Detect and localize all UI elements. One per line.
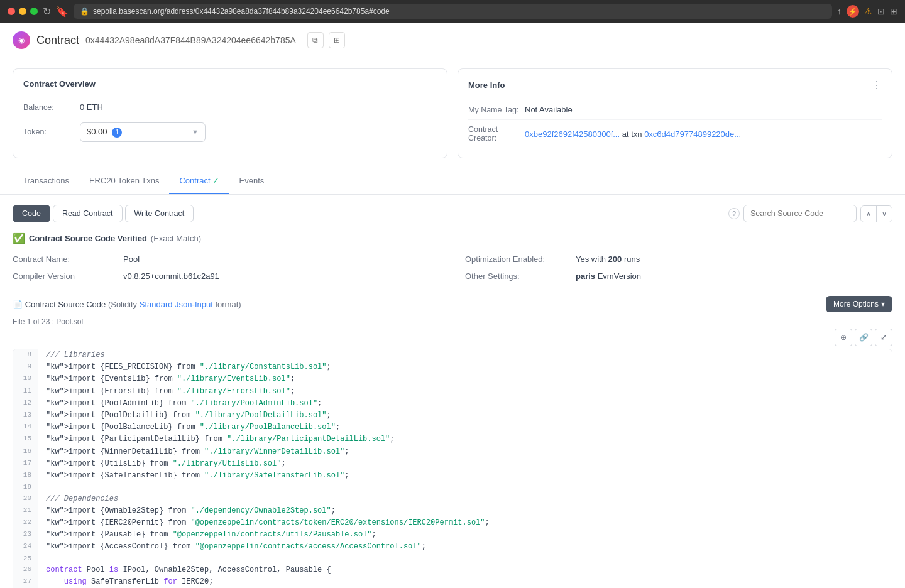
line-number: 23 [13, 529, 38, 541]
search-next-btn[interactable]: ∨ [877, 206, 892, 222]
tab-erc20[interactable]: ERC20 Token Txns [79, 168, 170, 194]
search-source-area: ? ∧ ∨ [728, 205, 892, 222]
creator-txn-link[interactable]: 0xc6d4d79774899220de... [644, 129, 741, 139]
standard-json-link[interactable]: Standard Json-Input [140, 300, 213, 309]
line-content: "kw">import {WinnerDetailLib} from "./li… [38, 446, 357, 458]
tab-transactions[interactable]: Transactions [13, 168, 79, 194]
tabs: Transactions ERC20 Token Txns Contract✓ … [13, 168, 892, 194]
line-number: 17 [13, 458, 38, 470]
code-line: 12"kw">import {PoolAdminLib} from "./lib… [13, 398, 892, 410]
more-options-btn[interactable]: More Options ▾ [826, 296, 892, 312]
more-options-icon[interactable]: ⋮ [872, 79, 882, 91]
contract-address: 0x44432A98ea8dA37F844B89A324204ee6642b78… [85, 35, 296, 45]
sub-tabs-bar: Code Read Contract Write Contract ? ∧ ∨ [13, 205, 892, 222]
code-line: 22"kw">import {IERC20Permit} from "@open… [13, 517, 892, 529]
line-content: "kw">import {SafeTransferLib} from "./li… [38, 470, 357, 482]
name-tag-label: My Name Tag: [468, 106, 525, 114]
verified-checkmark: ✓ [212, 176, 219, 185]
refresh-icon[interactable]: ↻ [43, 6, 51, 18]
more-info-card: More Info ⋮ My Name Tag: Not Available C… [458, 68, 892, 158]
line-number: 27 [13, 576, 38, 588]
line-number: 9 [13, 361, 38, 373]
code-toolbar: ⊕ 🔗 ⤢ [13, 329, 892, 346]
code-line: 15"kw">import {ParticipantDetailLib} fro… [13, 433, 892, 445]
other-settings-value: paris EvmVersion [576, 271, 641, 281]
line-number: 14 [13, 422, 38, 433]
code-line: 23"kw">import {Pausable} from "@openzepp… [13, 529, 892, 541]
source-header: 📄 Contract Source Code (Solidity Standar… [13, 296, 892, 312]
balance-label: Balance: [23, 103, 80, 112]
line-content: "kw">import {UtilsLib} from "./library/U… [38, 458, 293, 470]
read-contract-tab[interactable]: Read Contract [53, 205, 123, 222]
other-settings-row: Other Settings: paris EvmVersion [465, 271, 892, 281]
source-title-area: 📄 Contract Source Code (Solidity Standar… [13, 300, 241, 309]
line-number: 24 [13, 541, 38, 553]
line-number: 16 [13, 446, 38, 458]
line-content: "kw">import {ErrorsLib} from "./library/… [38, 386, 302, 398]
line-number: 18 [13, 470, 38, 482]
tab-contract[interactable]: Contract✓ [169, 168, 229, 194]
search-prev-btn[interactable]: ∧ [861, 206, 877, 222]
help-icon[interactable]: ? [728, 208, 740, 219]
line-content: "kw">import {PoolDetailLib} from "./libr… [38, 410, 339, 422]
compiler-label: Compiler Version [13, 271, 113, 281]
share-icon[interactable]: ↑ [837, 6, 842, 16]
evm-version-label: EvmVersion [598, 271, 641, 281]
at-txn-text: at txn [622, 129, 644, 139]
compiler-value: v0.8.25+commit.b61c2a91 [123, 271, 219, 281]
sidebar-icon[interactable]: ⊡ [877, 6, 885, 16]
code-line: 17"kw">import {UtilsLib} from "./library… [13, 458, 892, 470]
search-source-input[interactable] [743, 205, 857, 222]
verified-title: Contract Source Code Verified [29, 234, 147, 243]
copy-address-btn[interactable]: ⧉ [307, 32, 324, 48]
code-line: 16"kw">import {WinnerDetailLib} from "./… [13, 446, 892, 458]
minimize-window-btn[interactable] [19, 8, 26, 15]
compiler-row: Compiler Version v0.8.25+commit.b61c2a91 [13, 271, 440, 281]
token-dropdown[interactable]: $0.00 1 ▼ [80, 122, 206, 142]
line-number: 10 [13, 373, 38, 385]
tab-events[interactable]: Events [229, 168, 275, 194]
code-container: 8/// Libraries9"kw">import {FEES_PRECISI… [13, 349, 892, 588]
line-content: /// Libraries [38, 349, 112, 361]
token-value: $0.00 1 [87, 127, 122, 138]
window-icon[interactable]: ⊞ [890, 6, 897, 16]
dropdown-arrow-icon: ▾ [881, 300, 885, 308]
creator-address-link[interactable]: 0xbe92f2692f42580300f... [525, 129, 620, 139]
dropdown-chevron-icon: ▼ [192, 128, 199, 136]
solidity-label: (Solidity [108, 300, 137, 309]
contract-name-row: Contract Name: Pool [13, 254, 440, 264]
copy-code-btn[interactable]: ⊕ [835, 329, 852, 346]
extensions-icon[interactable]: ⚡ [847, 5, 859, 18]
write-contract-tab[interactable]: Write Contract [125, 205, 194, 222]
line-content [38, 553, 53, 565]
file-label: File 1 of 23 : Pool.sol [13, 317, 892, 326]
line-content: "kw">import {PoolBalanceLib} from "./lib… [38, 422, 348, 433]
line-content: "kw">import {Pausable} from "@openzeppel… [38, 529, 384, 541]
page-title: Contract [36, 34, 79, 47]
contract-section: Code Read Contract Write Contract ? ∧ ∨ … [0, 195, 905, 588]
expand-code-btn[interactable]: ⤢ [875, 329, 892, 346]
maximize-window-btn[interactable] [30, 8, 38, 15]
optimization-row: Optimization Enabled: Yes with 200 runs [465, 254, 892, 264]
bookmark-icon[interactable]: 🔖 [56, 6, 69, 18]
more-info-header: More Info ⋮ [468, 79, 882, 91]
link-code-btn[interactable]: 🔗 [855, 329, 872, 346]
line-content: "kw">import {AccessControl} from "@openz… [38, 541, 434, 553]
line-content: contract Pool is IPool, Ownable2Step, Ac… [38, 564, 339, 576]
line-content: "kw">import {EventsLib} from "./library/… [38, 373, 302, 385]
grid-view-btn[interactable]: ⊞ [329, 32, 345, 48]
contract-name-label: Contract Name: [13, 254, 113, 264]
code-tab[interactable]: Code [13, 205, 50, 222]
lock-icon: 🔒 [80, 7, 89, 16]
code-line: 25 [13, 553, 892, 565]
search-nav-buttons: ∧ ∨ [860, 205, 892, 222]
address-bar[interactable]: 🔒 sepolia.basescan.org/address/0x44432a9… [74, 4, 832, 19]
browser-chrome: ↻ 🔖 🔒 sepolia.basescan.org/address/0x444… [0, 0, 905, 23]
header-icons: ⧉ ⊞ [307, 32, 345, 48]
creator-label: Contract Creator: [468, 125, 525, 143]
close-window-btn[interactable] [8, 8, 15, 15]
line-content: "kw">import {FEES_PRECISION} from "./lib… [38, 361, 339, 373]
format-suffix: format) [215, 300, 241, 309]
optimization-value: Yes with 200 runs [576, 254, 640, 264]
warning-icon: ⚠ [864, 6, 872, 16]
